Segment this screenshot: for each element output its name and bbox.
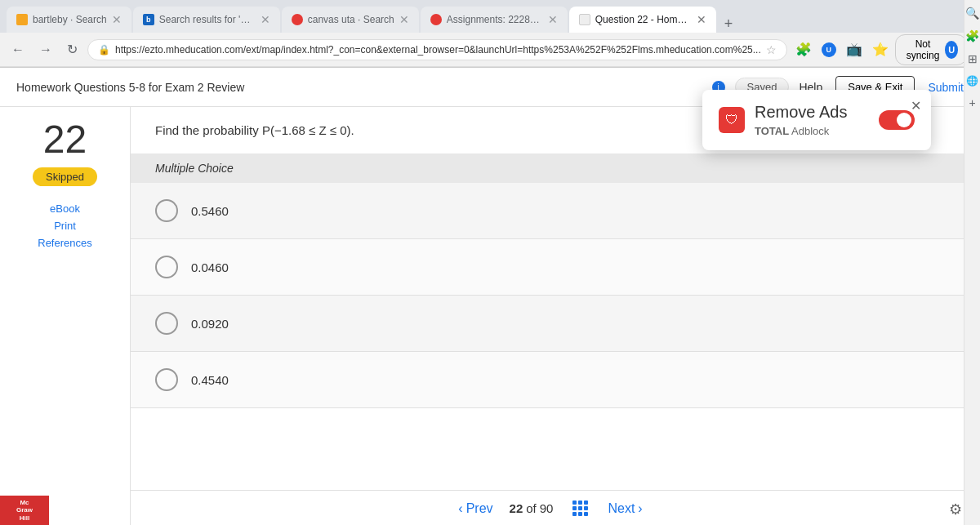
mc-option-2[interactable]: 0.0460 <box>131 239 970 296</box>
references-link[interactable]: References <box>38 237 91 249</box>
popup-subtitle-bold: TOTAL <box>755 125 789 137</box>
forward-button[interactable]: → <box>34 39 57 60</box>
star-icon[interactable]: ☆ <box>766 43 777 56</box>
office-sidebar-icon[interactable]: ⊞ <box>968 52 978 65</box>
tab-close-icon[interactable]: ✕ <box>697 13 706 26</box>
plus-sidebar-icon[interactable]: + <box>969 96 975 109</box>
tab-label: bartleby · Search <box>33 14 107 25</box>
settings-icon[interactable]: ⚙ <box>949 501 962 518</box>
tab-close-icon[interactable]: ✕ <box>112 13 122 26</box>
cast-icon[interactable]: 📺 <box>843 38 866 60</box>
bottom-navigation: ‹ Prev 22 of 90 <box>131 490 970 525</box>
next-label: Next <box>608 501 635 516</box>
page-indicator: 22 of 90 <box>510 501 554 515</box>
next-button[interactable]: Next › <box>608 501 642 516</box>
grid-view-icon[interactable] <box>572 501 588 516</box>
mc-option-3[interactable]: 0.0920 <box>131 296 970 352</box>
tab-favicon <box>430 14 442 25</box>
current-page: 22 <box>510 501 523 515</box>
puzzle-sidebar-icon[interactable]: 🧩 <box>965 29 979 42</box>
bookmark-icon[interactable]: ⭐ <box>869 38 892 60</box>
lock-icon: 🔒 <box>98 44 110 56</box>
toolbar-icons: 🧩 U 📺 ⭐ Not syncing U ⋮ <box>792 34 980 65</box>
tab-favicon <box>579 14 590 25</box>
popup-subtitle-rest: Adblock <box>791 125 829 137</box>
not-syncing-label: Not syncing <box>904 38 942 61</box>
sidebar: 22 Skipped eBook Print References <box>0 107 131 525</box>
option-text-2: 0.0460 <box>191 260 229 274</box>
tab-bartleby[interactable]: bartleby · Search ✕ <box>7 7 131 33</box>
tab-question22[interactable]: Question 22 - Homework Quest... ✕ <box>569 7 716 33</box>
option-text-1: 0.5460 <box>191 204 229 218</box>
tab-favicon <box>16 14 28 25</box>
mcgraw-hill-logo: McGrawHill <box>0 496 49 525</box>
back-button[interactable]: ← <box>7 39 29 60</box>
next-arrow-icon: › <box>638 501 642 516</box>
radio-button-3[interactable] <box>155 312 178 335</box>
popup-info: Remove Ads TOTAL Adblock <box>755 103 847 137</box>
of-label: of <box>526 501 537 515</box>
radio-button-1[interactable] <box>155 199 178 222</box>
prev-arrow-icon: ‹ <box>458 501 462 516</box>
browser-chrome: bartleby · Search ✕ b Search results for… <box>0 0 980 68</box>
main-area: 22 Skipped eBook Print References Find t… <box>0 107 980 525</box>
option-text-3: 0.0920 <box>191 317 229 331</box>
question-number: 22 <box>43 120 87 159</box>
submit-button[interactable]: Submit <box>928 81 964 94</box>
tab-favicon <box>292 14 303 25</box>
radio-button-2[interactable] <box>155 256 178 278</box>
tab-label: Search results for 'Find the prob... <box>159 14 256 25</box>
radio-button-4[interactable] <box>155 368 178 391</box>
popup-content: 🛡 Remove Ads TOTAL Adblock <box>719 103 915 137</box>
mc-option-4[interactable]: 0.4540 <box>131 352 970 408</box>
address-text: https://ezto.mheducation.com/ext/map/ind… <box>115 44 761 56</box>
mc-header: Multiple Choice <box>131 153 970 183</box>
ebook-link[interactable]: eBook <box>50 202 80 215</box>
avatar: U <box>945 41 958 59</box>
homework-title: Homework Questions 5-8 for Exam 2 Review <box>16 81 697 94</box>
tab-close-icon[interactable]: ✕ <box>261 13 270 26</box>
browser-toolbar: ← → ↻ 🔒 https://ezto.mheducation.com/ext… <box>0 33 980 67</box>
tab-close-icon[interactable]: ✕ <box>548 13 558 26</box>
not-syncing-button[interactable]: Not syncing U <box>895 34 968 65</box>
skipped-badge[interactable]: Skipped <box>33 167 97 186</box>
adblock-shield-icon: 🛡 <box>719 107 745 133</box>
toggle-slider <box>879 110 915 130</box>
tab-label: Assignments: 2228-BSTAT-2305... <box>447 14 543 25</box>
tab-bar: bartleby · Search ✕ b Search results for… <box>0 0 980 33</box>
popup-header: 🛡 Remove Ads TOTAL Adblock <box>719 103 847 137</box>
tab-favicon: b <box>143 14 154 25</box>
option-text-4: 0.4540 <box>191 373 229 387</box>
print-link[interactable]: Print <box>54 220 76 232</box>
profile-icon[interactable]: U <box>818 39 840 60</box>
total-pages: 90 <box>540 501 554 515</box>
prev-button[interactable]: ‹ Prev <box>458 501 492 516</box>
popup-title: Remove Ads <box>755 103 847 122</box>
mcgraw-text: McGrawHill <box>16 499 33 523</box>
extensions-icon[interactable]: 🧩 <box>792 38 815 60</box>
tab-canvas[interactable]: canvas uta · Search ✕ <box>282 7 419 33</box>
question-area: Find the probability P(−1.68 ≤ Z ≤ 0). M… <box>131 107 970 525</box>
refresh-button[interactable]: ↻ <box>62 38 82 60</box>
search-sidebar-icon[interactable]: 🔍 <box>965 7 979 20</box>
tab-search-results[interactable]: b Search results for 'Find the prob... ✕ <box>133 7 280 33</box>
address-bar[interactable]: 🔒 https://ezto.mheducation.com/ext/map/i… <box>87 39 787 60</box>
adblock-toggle[interactable] <box>879 110 915 130</box>
remove-ads-popup: ✕ 🛡 Remove Ads TOTAL Adblock <box>702 90 931 150</box>
sidebar-links: eBook Print References <box>38 202 91 249</box>
edge-icon[interactable]: 🌐 <box>966 75 978 87</box>
multiple-choice-section: Multiple Choice 0.5460 0.0460 <box>131 153 970 490</box>
tab-close-icon[interactable]: ✕ <box>399 13 409 26</box>
prev-label: Prev <box>466 501 493 516</box>
mc-option-1[interactable]: 0.5460 <box>131 183 970 239</box>
tab-assignments[interactable]: Assignments: 2228-BSTAT-2305... ✕ <box>421 7 568 33</box>
browser-right-panel: 🔍 🧩 ⊞ 🌐 + <box>964 0 980 525</box>
mc-options: 0.5460 0.0460 0.0920 0.454 <box>131 183 970 408</box>
tab-label: canvas uta · Search <box>308 14 394 25</box>
tab-label: Question 22 - Homework Quest... <box>595 14 692 25</box>
popup-subtitle: TOTAL Adblock <box>755 125 847 137</box>
new-tab-button[interactable]: + <box>718 16 740 33</box>
